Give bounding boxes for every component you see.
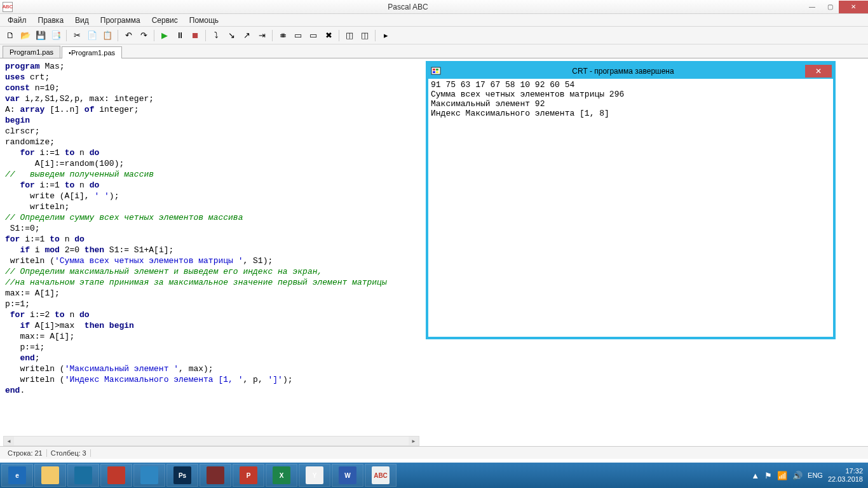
wmp-icon bbox=[74, 466, 92, 484]
app-icon: ABC bbox=[3, 2, 13, 12]
crt-title-bar[interactable]: CRT - программа завершена ✕ bbox=[428, 64, 833, 79]
file-tab[interactable]: •Program1.pas bbox=[62, 46, 122, 58]
taskbar-app-pp[interactable]: P bbox=[233, 464, 264, 487]
menu-вид[interactable]: Вид bbox=[70, 15, 94, 26]
unknown-icon bbox=[207, 466, 224, 484]
svg-rect-4 bbox=[436, 71, 438, 73]
toolbar-separator bbox=[205, 30, 206, 41]
taskbar-app-word[interactable]: W bbox=[332, 464, 363, 487]
editor-area: program Mas;uses crt;const n=10;var i,z,… bbox=[0, 58, 868, 446]
title-bar: ABC Pascal ABC — ▢ ✕ bbox=[0, 0, 868, 14]
breaks-button[interactable]: ▭ bbox=[307, 29, 320, 42]
explorer-icon bbox=[41, 466, 59, 484]
breakdel-button[interactable]: ✖ bbox=[322, 29, 335, 42]
menu-правка[interactable]: Правка bbox=[33, 15, 69, 26]
tray-action-icon[interactable]: ⚑ bbox=[764, 471, 772, 480]
taskbar-app-abc[interactable]: ABC bbox=[365, 464, 397, 487]
toolbar: 🗋📂💾📑✂📄📋↶↷▶⏸⏹⤵↘↗⇥⩩▭▭✖◫◫▸ bbox=[0, 27, 868, 44]
svg-rect-0 bbox=[431, 67, 440, 74]
ex-button[interactable]: ▸ bbox=[379, 29, 392, 42]
tray-clock[interactable]: 17:32 22.03.2018 bbox=[828, 467, 863, 484]
system-tray: ▲ ⚑ 📶 🔊 ENG 17:32 22.03.2018 bbox=[751, 467, 868, 484]
window-controls: — ▢ ✕ bbox=[803, 1, 868, 13]
pause-button[interactable]: ⏸ bbox=[173, 29, 186, 42]
status-bar: Строка: 21 Столбец: 3 bbox=[0, 446, 868, 459]
svg-rect-2 bbox=[436, 69, 438, 71]
scroll-left-icon[interactable]: ◄ bbox=[4, 437, 14, 445]
toolbar-separator bbox=[66, 30, 67, 41]
menu-программа[interactable]: Программа bbox=[95, 15, 146, 26]
minimize-button[interactable]: — bbox=[803, 1, 821, 13]
tray-date: 22.03.2018 bbox=[828, 475, 863, 484]
vars-button[interactable]: ⩩ bbox=[276, 29, 289, 42]
cut-button[interactable]: ✂ bbox=[71, 29, 83, 42]
toolbar-separator bbox=[154, 30, 154, 41]
taskbar-app-wmp[interactable] bbox=[67, 464, 99, 487]
toolbar-separator bbox=[118, 30, 118, 41]
menu-файл[interactable]: Файл bbox=[3, 15, 32, 26]
tray-language[interactable]: ENG bbox=[808, 471, 823, 479]
excel-icon: X bbox=[273, 466, 290, 484]
ya-icon: Y bbox=[306, 466, 323, 484]
menu-помощь[interactable]: Помощь bbox=[184, 15, 224, 26]
scroll-right-icon[interactable]: ► bbox=[409, 437, 419, 445]
paste-button[interactable]: 📋 bbox=[101, 29, 114, 42]
win1-button[interactable]: ◫ bbox=[343, 29, 356, 42]
saveall-button[interactable]: 📑 bbox=[50, 29, 62, 42]
ps-icon: Ps bbox=[173, 466, 191, 484]
abc-icon: ABC bbox=[372, 466, 390, 484]
watch-button[interactable]: ▭ bbox=[292, 29, 304, 42]
status-column: Столбец: 3 bbox=[47, 449, 91, 457]
window-title: Pascal ABC bbox=[13, 3, 803, 11]
taskbar-app-desktop[interactable] bbox=[133, 464, 165, 487]
taskbar-app-ps[interactable]: Ps bbox=[166, 464, 198, 487]
code-editor[interactable]: program Mas;uses crt;const n=10;var i,z,… bbox=[5, 61, 418, 436]
taskbar-app-ya[interactable]: Y bbox=[299, 464, 330, 487]
stepout-button[interactable]: ↗ bbox=[240, 29, 253, 42]
crt-output: 91 75 63 17 67 58 10 92 60 54 Сумма всех… bbox=[428, 79, 833, 119]
redo-button[interactable]: ↷ bbox=[137, 29, 150, 42]
horizontal-scrollbar[interactable]: ◄ ► bbox=[3, 436, 419, 446]
stepin-button[interactable]: ↘ bbox=[225, 29, 238, 42]
pp-icon: P bbox=[240, 466, 257, 484]
tray-time: 17:32 bbox=[828, 467, 863, 475]
tray-volume-icon[interactable]: 🔊 bbox=[792, 471, 803, 480]
scroll-track[interactable] bbox=[14, 437, 409, 445]
tab-bar: Program1.pas•Program1.pas bbox=[0, 44, 868, 58]
crt-window: CRT - программа завершена ✕ 91 75 63 17 … bbox=[426, 61, 836, 339]
taskbar-app-unknown[interactable] bbox=[200, 464, 231, 487]
taskbar-app-ie[interactable]: e bbox=[1, 464, 33, 487]
power-icon bbox=[107, 466, 125, 484]
new-button[interactable]: 🗋 bbox=[4, 29, 17, 42]
taskbar-app-explorer[interactable] bbox=[34, 464, 66, 487]
taskbar-app-excel[interactable]: X bbox=[266, 464, 297, 487]
stepto-button[interactable]: ⇥ bbox=[255, 29, 268, 42]
win2-button[interactable]: ◫ bbox=[358, 29, 371, 42]
crt-close-button[interactable]: ✕ bbox=[805, 65, 832, 78]
stop-button[interactable]: ⏹ bbox=[189, 29, 201, 42]
menu-сервис[interactable]: Сервис bbox=[147, 15, 183, 26]
tray-flag-icon[interactable]: ▲ bbox=[751, 471, 759, 480]
crt-title: CRT - программа завершена bbox=[441, 67, 805, 76]
run-button[interactable]: ▶ bbox=[158, 29, 171, 42]
word-icon: W bbox=[339, 466, 356, 484]
copy-button[interactable]: 📄 bbox=[86, 29, 98, 42]
toolbar-separator bbox=[339, 30, 339, 41]
svg-rect-1 bbox=[433, 69, 435, 71]
svg-rect-3 bbox=[433, 71, 435, 73]
tray-network-icon[interactable]: 📶 bbox=[777, 471, 787, 480]
save-button[interactable]: 💾 bbox=[34, 29, 47, 42]
open-button[interactable]: 📂 bbox=[19, 29, 32, 42]
close-button[interactable]: ✕ bbox=[839, 1, 868, 13]
stepover-button[interactable]: ⤵ bbox=[210, 29, 222, 42]
taskbar: ePsPXYWABC ▲ ⚑ 📶 🔊 ENG 17:32 22.03.2018 bbox=[0, 463, 868, 488]
status-line: Строка: 21 bbox=[4, 449, 47, 457]
ie-icon: e bbox=[8, 466, 26, 484]
maximize-button[interactable]: ▢ bbox=[821, 1, 839, 13]
taskbar-app-power[interactable] bbox=[100, 464, 132, 487]
menu-bar: ФайлПравкаВидПрограммаСервисПомощь bbox=[0, 14, 868, 27]
toolbar-separator bbox=[272, 30, 273, 41]
file-tab[interactable]: Program1.pas bbox=[3, 46, 60, 58]
crt-icon bbox=[431, 66, 441, 76]
undo-button[interactable]: ↶ bbox=[122, 29, 135, 42]
